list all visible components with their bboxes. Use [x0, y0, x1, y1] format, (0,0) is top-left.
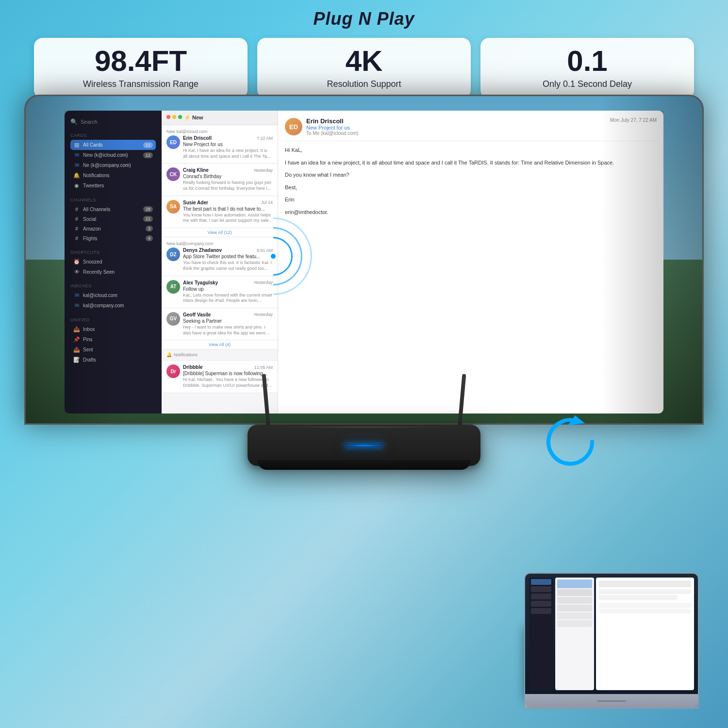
feature-range-main: 98.4FT	[49, 47, 233, 76]
message-item-erin[interactable]: New kal@icloud.com ED Erin Driscoll 7:22…	[162, 125, 278, 164]
view-all-4[interactable]: View All (4)	[162, 340, 278, 349]
message-list-title: ⚡ New	[184, 115, 273, 121]
msg-preview-geoff: Hey - I want to make new shirts and pins…	[183, 325, 273, 336]
device-box	[248, 425, 480, 466]
email-detail-from: ED Erin Driscoll New Project for us To M…	[285, 117, 358, 136]
search-icon: 🔍	[70, 118, 78, 125]
sidebar-item-drafts[interactable]: 📝 Drafts	[70, 355, 156, 365]
message-item-geoff[interactable]: GV Geoff Vasile Yesterday Seeking a Part…	[162, 308, 278, 340]
sidebar-item-new-company[interactable]: ✉ Ne (k@company.com)	[70, 160, 156, 170]
msg-header-dribbble: Dribbble 11:05 AM	[183, 364, 273, 370]
message-list-header: ⚡ New	[162, 111, 278, 125]
all-channels-badge: 28	[143, 206, 153, 212]
mini-detail-3	[599, 595, 678, 600]
sidebar-item-new-icloud[interactable]: ✉ New (k@icloud.com) 12	[70, 150, 156, 160]
sidebar-item-pins[interactable]: 📌 Pins	[70, 334, 156, 345]
sidebar-item-recently-seen[interactable]: 👁 Recently Seen	[70, 267, 156, 277]
sidebar-item-inbox[interactable]: 📥 Inbox	[70, 324, 156, 334]
account-label: New kal@icloud.com	[166, 129, 273, 134]
msg-time-geoff: Yesterday	[253, 312, 273, 317]
email-detail-sender: Erin Driscoll	[306, 117, 358, 125]
msg-row-craig: CK Craig Kline Yesterday Conrad's Birthd…	[166, 167, 273, 191]
social-label: Social	[83, 216, 96, 222]
flights-label: Flights	[83, 236, 97, 241]
email-detail-avatar: ED	[285, 118, 302, 135]
msg-preview-dribbble: Hi Kal, Michael.. You have a new followe…	[183, 377, 273, 388]
mini-sidebar-item-5	[531, 608, 551, 614]
sidebar-item-tweetters[interactable]: ◉ Tweetters	[70, 181, 156, 191]
laptop-notch	[597, 700, 626, 702]
mini-email-row-3	[557, 597, 592, 604]
tweetters-label: Tweetters	[83, 183, 104, 188]
msg-content-geoff: Geoff Vasile Yesterday Seeking a Partner…	[183, 312, 273, 336]
inboxes-title: INBOXES	[70, 283, 156, 288]
msg-header-geoff: Geoff Vasile Yesterday	[183, 312, 273, 317]
email-detail-header: ED Erin Driscoll New Project for us To M…	[285, 117, 657, 141]
hash-icon-3: #	[73, 226, 80, 232]
mail-icon: ✉	[73, 152, 80, 158]
msg-preview-alex: KaL, Lets move forward with the current …	[183, 293, 273, 304]
sidebar-item-notifications[interactable]: 🔔 Notifications	[70, 170, 156, 181]
feature-resolution: 4K Resolution Support	[257, 38, 471, 99]
mini-detail-5	[599, 609, 691, 613]
minimize-dot[interactable]	[172, 115, 176, 119]
mini-email-row-4	[557, 605, 592, 612]
top-section: Plug N Play 98.4FT Wireless Transmission…	[0, 0, 728, 107]
cards-section-title: CARDS	[70, 133, 156, 138]
drafts-icon: 📝	[73, 357, 80, 363]
notifications-divider: 🔔 Notifications	[162, 349, 278, 361]
mac-window-controls	[166, 115, 182, 119]
search-label: Search	[81, 119, 98, 125]
features-row: 98.4FT Wireless Transmission Range 4K Re…	[19, 38, 709, 99]
sidebar-item-amazon[interactable]: # Amazon 3	[70, 224, 156, 233]
small-devices-area	[514, 553, 699, 709]
sidebar-item-company[interactable]: ✉ kal@company.com	[70, 300, 156, 311]
channels-section-title: CHANNELS	[70, 198, 156, 202]
sidebar-item-all-cards[interactable]: ▤ All Cards 21	[70, 140, 156, 150]
maximize-dot[interactable]	[178, 115, 182, 119]
msg-row-erin: ED Erin Driscoll 7:22 AM New Project for…	[166, 135, 273, 159]
avatar-alex: AT	[166, 280, 180, 294]
email-body-email: erin@imthedoctor.	[285, 208, 657, 217]
msg-time-dribbble: 11:05 AM	[254, 365, 273, 370]
avatar-erin: ED	[166, 135, 180, 149]
msg-preview-erin: Hi Kal, I have an idea for a new project…	[183, 148, 273, 159]
snooze-icon: ⏰	[73, 259, 80, 265]
feature-range: 98.4FT Wireless Transmission Range	[34, 38, 248, 99]
msg-header-erin: Erin Driscoll 7:22 AM	[183, 135, 273, 141]
mini-email-row-6	[557, 620, 592, 627]
unified-title: UNIFIED	[70, 317, 156, 322]
sidebar-item-icloud[interactable]: ✉ kal@icloud.com	[70, 290, 156, 300]
close-dot[interactable]	[166, 115, 170, 119]
email-body: Hi KaL, I have an idea for a new project…	[285, 146, 657, 217]
pin-icon: 📌	[73, 336, 80, 343]
hash-icon-1: #	[73, 206, 80, 212]
avatar-susie: SA	[166, 200, 180, 214]
notifications-section-label: Notifications	[174, 352, 198, 357]
email-body-greeting: Hi KaL,	[285, 146, 657, 155]
mini-email-row-5	[557, 612, 592, 619]
sidebar-item-social[interactable]: # Social 21	[70, 214, 156, 224]
refresh-arrow-area	[539, 408, 607, 476]
refresh-arrow-svg	[539, 408, 607, 476]
all-cards-icon: ▤	[73, 142, 80, 148]
sidebar-item-sent[interactable]: 📤 Sent	[70, 345, 156, 355]
laptop-small	[524, 573, 699, 709]
new-icloud-label: New (k@icloud.com)	[83, 152, 128, 158]
feature-delay-main: 0.1	[495, 47, 679, 76]
notifications-label: Notifications	[83, 173, 109, 178]
inboxes-section: INBOXES ✉ kal@icloud.com ✉ kal@company.c…	[65, 281, 162, 313]
new-company-label: Ne (k@company.com)	[83, 163, 131, 168]
sidebar-item-all-channels[interactable]: # All Channels 28	[70, 204, 156, 214]
sidebar-item-snoozed[interactable]: ⏰ Snoozed	[70, 257, 156, 267]
laptop-list-mini	[555, 578, 594, 690]
amazon-badge: 3	[146, 226, 153, 232]
feature-range-sub: Wireless Transmission Range	[49, 79, 233, 90]
tv-screen: 🔍 Search CARDS ▤ All Cards 21 ✉ New (k@i…	[24, 95, 704, 425]
cards-section: CARDS ▤ All Cards 21 ✉ New (k@icloud.com…	[65, 131, 162, 193]
sidebar-item-flights[interactable]: # Flights 4	[70, 233, 156, 243]
mini-sidebar-item-3	[531, 594, 551, 599]
message-item-craig[interactable]: CK Craig Kline Yesterday Conrad's Birthd…	[162, 164, 278, 196]
new-icloud-badge: 12	[143, 152, 153, 158]
msg-content-erin: Erin Driscoll 7:22 AM New Project for us…	[183, 135, 273, 159]
